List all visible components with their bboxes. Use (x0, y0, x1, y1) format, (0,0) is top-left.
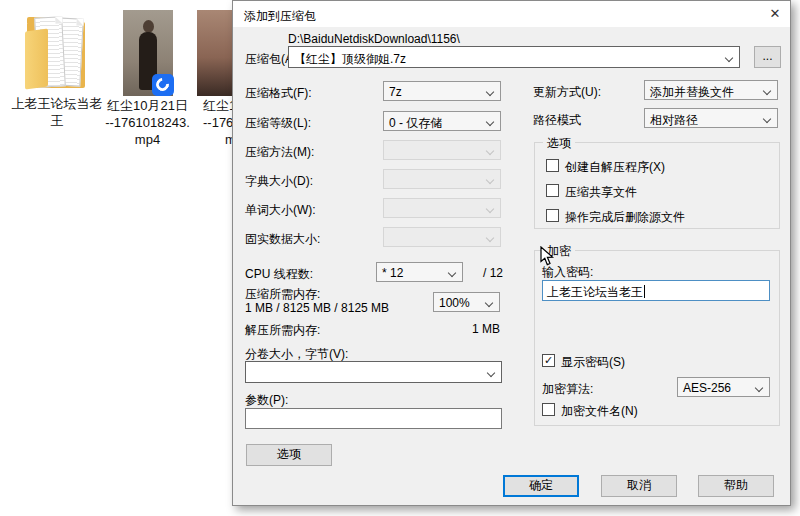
checkbox-icon (546, 159, 559, 172)
method-label: 压缩方法(M): (245, 144, 314, 161)
mouse-cursor (540, 246, 558, 271)
cpu-select[interactable]: * 12 (376, 262, 463, 282)
options-group: 选项 创建自解压程序(X) 压缩共享文件 操作完成后删除源文件 (534, 142, 780, 229)
word-select (383, 198, 501, 218)
format-select[interactable]: 7z (383, 81, 501, 101)
chevron-down-icon (755, 384, 763, 392)
chevron-down-icon (763, 115, 771, 123)
level-value: 0 - 仅存储 (389, 115, 442, 132)
cancel-button[interactable]: 取消 (601, 475, 677, 497)
mem-detail: 1 MB / 8125 MB / 8125 MB (245, 301, 389, 315)
method-select (383, 140, 501, 160)
chevron-down-icon (486, 118, 494, 126)
mem-usage-select[interactable]: 100% (433, 292, 500, 312)
chevron-down-icon (725, 54, 733, 62)
password-input[interactable]: 上老王论坛当老王 (542, 280, 770, 301)
path-mode-select[interactable]: 相对路径 (644, 108, 778, 128)
format-value: 7z (389, 85, 402, 99)
checkbox-label: 压缩共享文件 (565, 184, 637, 201)
archive-dir: D:\BaiduNetdiskDownload\1156\ (288, 32, 460, 46)
close-icon[interactable]: ✕ (763, 5, 787, 23)
update-mode-select[interactable]: 添加并替换文件 (644, 80, 778, 100)
level-label: 压缩等级(L): (245, 115, 311, 132)
dialog-title: 添加到压缩包 (244, 8, 316, 25)
checkbox-checked-icon (542, 354, 555, 367)
cpu-label: CPU 线程数: (245, 266, 313, 283)
params-label: 参数(P): (245, 392, 288, 409)
checkbox-label: 创建自解压程序(X) (565, 159, 665, 176)
update-mode-value: 添加并替换文件 (650, 84, 734, 101)
checkbox-delete-after[interactable]: 操作完成后删除源文件 (546, 209, 766, 224)
title-bar: 添加到压缩包 ✕ (233, 1, 790, 27)
chevron-down-icon (763, 87, 771, 95)
browse-button[interactable]: ... (754, 46, 781, 68)
encryption-method-select[interactable]: AES-256 (677, 377, 770, 397)
demem-value: 1 MB (433, 322, 500, 336)
chevron-down-icon (485, 299, 493, 307)
dict-label: 字典大小(D): (245, 173, 313, 190)
options-group-title: 选项 (543, 135, 575, 152)
add-to-archive-dialog: 添加到压缩包 ✕ 压缩包(A) D:\BaiduNetdiskDownload\… (232, 0, 791, 506)
word-label: 单词大小(W): (245, 202, 316, 219)
chevron-down-icon (486, 176, 494, 184)
level-select[interactable]: 0 - 仅存储 (383, 111, 501, 131)
checkbox-create-sfx[interactable]: 创建自解压程序(X) (546, 159, 766, 174)
path-mode-label: 路径模式 (533, 112, 581, 129)
options-button[interactable]: 选项 (246, 444, 332, 466)
dict-select (383, 169, 501, 189)
chevron-down-icon (486, 205, 494, 213)
archive-name-value: 【红尘】顶级御姐.7z (294, 51, 406, 68)
chevron-down-icon (486, 88, 494, 96)
chevron-down-icon (486, 234, 494, 242)
checkbox-label: 操作完成后删除源文件 (565, 209, 685, 226)
encryption-method-value: AES-256 (683, 381, 731, 395)
video-1-label: 红尘10月21日 --1761018243. mp4 (95, 97, 200, 148)
path-mode-value: 相对路径 (650, 112, 698, 129)
volume-combo[interactable] (245, 361, 502, 383)
cpu-value: * 12 (382, 266, 403, 280)
checkbox-icon (546, 209, 559, 222)
checkbox-show-password[interactable]: 显示密码(S) (542, 354, 762, 369)
chevron-down-icon (448, 269, 456, 277)
checkbox-label: 加密文件名(N) (561, 403, 638, 420)
text-caret (644, 285, 645, 298)
password-value: 上老王论坛当老王 (547, 285, 643, 299)
chevron-down-icon (486, 147, 494, 155)
archive-name-combo[interactable]: 【红尘】顶级御姐.7z (288, 46, 740, 68)
mem-usage-value: 100% (439, 296, 470, 310)
encryption-group: 加密 输入密码: 上老王论坛当老王 显示密码(S) 加密算法: AES-256 … (534, 250, 780, 426)
help-button[interactable]: 帮助 (698, 475, 774, 497)
encryption-method-label: 加密算法: (542, 381, 593, 398)
folder-icon (25, 14, 89, 94)
format-label: 压缩格式(F): (245, 85, 312, 102)
checkbox-label: 显示密码(S) (561, 354, 625, 371)
player-badge-icon (152, 74, 174, 96)
solid-label: 固实数据大小: (245, 231, 320, 248)
solid-select (383, 227, 501, 247)
checkbox-icon (542, 403, 555, 416)
checkbox-icon (546, 184, 559, 197)
ok-button[interactable]: 确定 (503, 475, 579, 497)
checkbox-shared-files[interactable]: 压缩共享文件 (546, 184, 766, 199)
update-mode-label: 更新方式(U): (533, 84, 601, 101)
params-input[interactable] (245, 408, 502, 429)
demem-label: 解压所需内存: (245, 322, 320, 339)
video-thumbnail-partial (197, 10, 232, 96)
cpu-total: / 12 (483, 266, 503, 280)
checkbox-encrypt-names[interactable]: 加密文件名(N) (542, 403, 762, 418)
chevron-down-icon (487, 369, 495, 377)
